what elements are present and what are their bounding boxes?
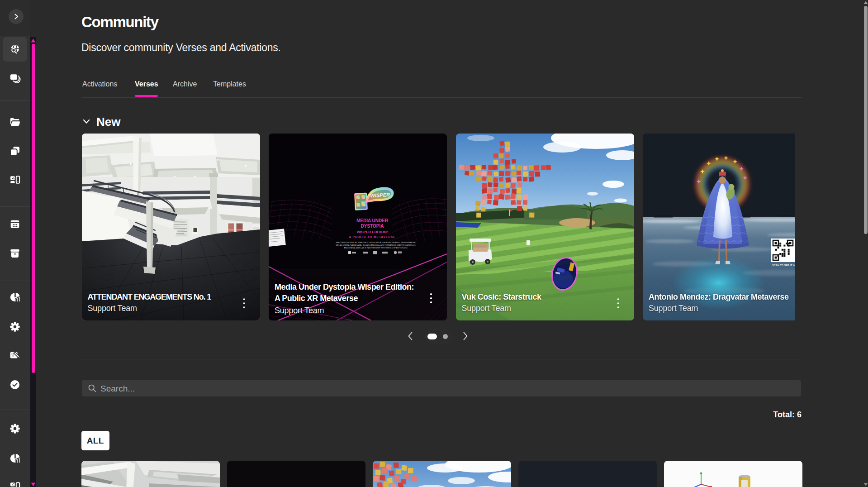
svg-text:WISPER: WISPER xyxy=(370,192,390,198)
svg-text:DYSTOPIA: DYSTOPIA xyxy=(361,224,384,229)
svg-text:SCAN TO SEE IT IN A: SCAN TO SEE IT IN A xyxy=(772,264,795,267)
svg-text:A PUBLIC XR METAVERSE: A PUBLIC XR METAVERSE xyxy=(349,235,395,239)
svg-text:AND SPATIAL ART LAB IN PARTNER: AND SPATIAL ART LAB IN PARTNERSHIP WITH … xyxy=(344,247,408,249)
svg-text:MEDIA UNDER: MEDIA UNDER xyxy=(356,218,389,223)
svg-text:WISPER EDITION:: WISPER EDITION: xyxy=(357,230,388,234)
svg-text:MEHAK VIEIRA, NAMA KAMA, JULIA: MEHAK VIEIRA, NAMA KAMA, JULIA SCANDELLA… xyxy=(336,244,416,246)
svg-text:FEATURING WORKS BY MIRA CALIX,: FEATURING WORKS BY MIRA CALIX, RYOJI IKE… xyxy=(336,241,416,244)
